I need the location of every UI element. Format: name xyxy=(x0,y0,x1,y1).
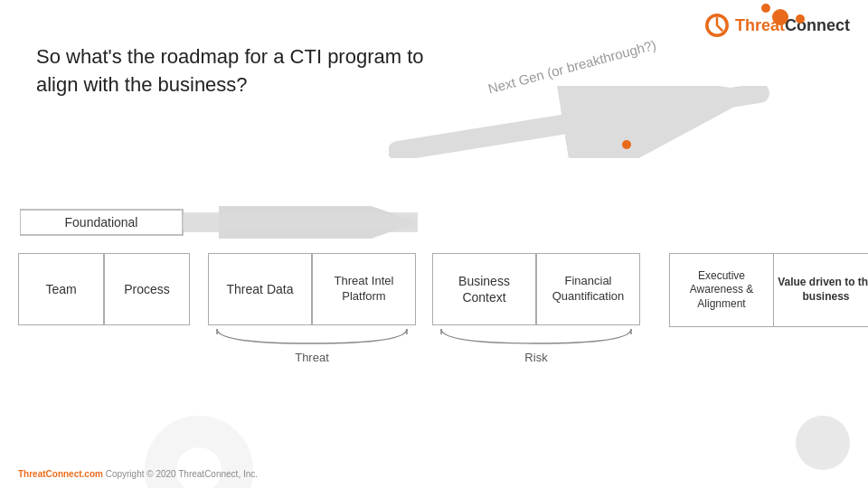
decoration-circle xyxy=(796,416,850,470)
threat-brace-label: Threat xyxy=(208,351,416,364)
team-label: Team xyxy=(45,281,76,297)
group-executive-value: Executive Awareness & Alignment Value dr… xyxy=(669,253,868,327)
title-line2: align with the business? xyxy=(36,71,424,99)
threat-intel-platform-label: Threat Intel Platform xyxy=(316,274,411,305)
logo-text: ThreatConnect xyxy=(735,16,850,35)
decoration-dot-2 xyxy=(796,14,805,23)
box-value-driven: Value driven to the business xyxy=(774,254,868,326)
box-threat-intel-platform: Threat Intel Platform xyxy=(312,253,416,325)
box-team: Team xyxy=(18,253,104,325)
group-team-process: Team Process xyxy=(18,253,190,325)
business-context-label: Business Context xyxy=(437,273,532,305)
boxes-executive-value: Executive Awareness & Alignment Value dr… xyxy=(670,254,868,326)
slide-title: So what's the roadmap for a CTI program … xyxy=(36,43,424,99)
box-threat-data: Threat Data xyxy=(208,253,312,325)
value-driven-label: Value driven to the business xyxy=(778,276,868,304)
footer-brand: ThreatConnect.com xyxy=(18,469,103,479)
group-risk: Business Context Financial Quantificatio… xyxy=(432,253,640,364)
boxes-team-process: Team Process xyxy=(18,253,190,325)
risk-brace-label: Risk xyxy=(432,351,640,364)
threat-data-label: Threat Data xyxy=(227,281,294,297)
threat-brace: Threat xyxy=(208,327,416,364)
executive-awareness-label: Executive Awareness & Alignment xyxy=(674,269,769,312)
decoration-dot-nextgen xyxy=(622,140,631,149)
decoration-dot-3 xyxy=(761,4,770,13)
footer: ThreatConnect.com Copyright © 2020 Threa… xyxy=(18,469,258,479)
footer-text: Copyright © 2020 ThreatConnect, Inc. xyxy=(103,469,258,479)
box-financial-quantification: Financial Quantification xyxy=(536,253,640,325)
process-label: Process xyxy=(124,281,170,297)
decoration-dot-1 xyxy=(772,9,788,25)
svg-line-3 xyxy=(398,93,760,151)
svg-text:Foundational: Foundational xyxy=(65,215,138,230)
nextgen-arrow xyxy=(389,86,778,158)
threatconnect-logo-icon xyxy=(704,13,730,38)
boxes-risk: Business Context Financial Quantificatio… xyxy=(432,253,640,325)
foundational-arrow-container: Foundational xyxy=(20,206,436,242)
group-threat: Threat Data Threat Intel Platform Threat xyxy=(208,253,416,364)
boxes-threat: Threat Data Threat Intel Platform xyxy=(208,253,416,325)
financial-quantification-label: Financial Quantification xyxy=(541,274,636,305)
risk-brace: Risk xyxy=(432,327,640,364)
box-executive-awareness: Executive Awareness & Alignment xyxy=(670,254,774,326)
logo-connect: Connect xyxy=(785,16,850,34)
title-line1: So what's the roadmap for a CTI program … xyxy=(36,43,424,71)
box-process: Process xyxy=(104,253,190,325)
box-business-context: Business Context xyxy=(432,253,536,325)
